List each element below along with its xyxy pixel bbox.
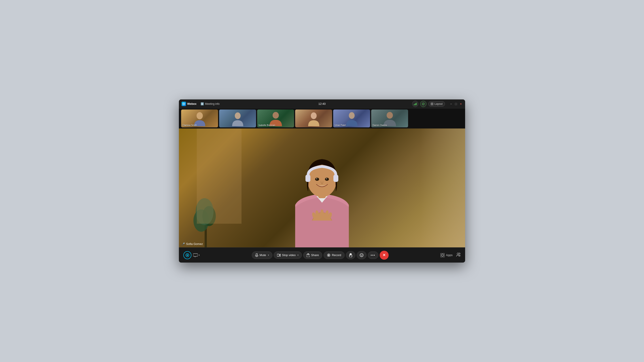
svg-rect-38 [277, 254, 279, 256]
stop-video-label: Stop video [282, 253, 296, 257]
thumbnail-4[interactable] [295, 109, 332, 127]
thumbnail-clarissa[interactable]: Clarissa Smith [181, 109, 218, 127]
meeting-info-label: Meeting info [205, 102, 220, 105]
titlebar-left: Webex ℹ️ Meeting info [182, 102, 275, 106]
toolbar-center: Mute ▾ Stop video ▾ Share [252, 251, 389, 260]
chat-icon [193, 253, 198, 257]
chat-dropdown-arrow: ▾ [198, 254, 200, 256]
apps-grid-icon [440, 253, 444, 257]
svg-point-28 [326, 178, 327, 179]
thumbnail-name-3: Isabelle Brennan [258, 124, 275, 126]
thumbnail-umar[interactable]: Umar Patel [333, 109, 370, 127]
end-call-icon: ✕ [382, 253, 386, 257]
main-video-area: 🎤 Sofia Gomez [179, 128, 465, 247]
thumbnail-darren[interactable]: Darren Owens [371, 109, 408, 127]
svg-point-11 [196, 112, 203, 119]
svg-rect-9 [431, 104, 432, 105]
layout-label: Layout [434, 102, 442, 105]
svg-rect-47 [443, 253, 444, 255]
more-dots: ••• [371, 253, 376, 257]
reactions-button[interactable] [357, 251, 366, 259]
muted-icon: 🎤 [182, 242, 185, 246]
mute-button[interactable]: Mute ▾ [252, 251, 272, 259]
stop-video-button[interactable]: Stop video ▾ [274, 251, 302, 259]
share-button[interactable]: Share [303, 251, 322, 259]
window-controls: − □ × [450, 102, 462, 105]
main-participant-name: Sofia Gomez [186, 242, 203, 246]
titlebar: Webex ℹ️ Meeting info 12:40 [179, 99, 465, 108]
time-display: 12:40 [318, 102, 326, 105]
svg-point-31 [320, 209, 324, 216]
svg-rect-24 [334, 175, 338, 182]
webex-circle-button[interactable] [183, 251, 192, 259]
svg-point-35 [187, 255, 188, 256]
record-icon [327, 253, 330, 257]
webex-logo: Webex [182, 102, 196, 106]
svg-point-12 [235, 112, 240, 119]
hand-raise-icon [349, 253, 352, 257]
svg-rect-4 [416, 103, 416, 105]
participants-icon [456, 253, 461, 257]
apps-button[interactable]: Apps [440, 253, 452, 257]
thumbnail-2[interactable] [219, 109, 256, 127]
svg-point-44 [361, 254, 361, 255]
record-label: Record [332, 253, 341, 257]
svg-rect-49 [443, 256, 444, 257]
thumbnail-isabelle[interactable]: Isabelle Brennan [257, 109, 294, 127]
webex-logo-icon [182, 102, 186, 106]
main-video-background [179, 128, 465, 247]
svg-rect-5 [416, 103, 417, 105]
svg-rect-46 [440, 253, 442, 255]
thumbnail-person-2 [219, 109, 256, 127]
toolbar-left: ▾ [183, 251, 200, 259]
svg-rect-10 [432, 104, 433, 105]
thumbnail-name-1: Clarissa Smith [182, 124, 197, 126]
svg-point-16 [386, 112, 393, 119]
record-button[interactable]: Record [324, 251, 344, 259]
reaction-icon [360, 253, 364, 257]
svg-point-27 [316, 178, 317, 179]
svg-point-14 [311, 112, 317, 119]
share-icon [306, 253, 310, 257]
svg-point-15 [349, 112, 355, 119]
network-status-button[interactable] [412, 101, 418, 107]
participants-button[interactable] [456, 253, 461, 258]
layout-icon [431, 103, 433, 105]
stop-video-dropdown-arrow[interactable]: ▾ [298, 254, 298, 256]
layout-button[interactable]: Layout [428, 101, 445, 107]
mute-label: Mute [260, 253, 266, 257]
thumbnail-name-6: Darren Owens [372, 124, 387, 126]
chat-button[interactable]: ▾ [193, 253, 200, 257]
main-video-name-label: 🎤 Sofia Gomez [182, 242, 203, 246]
app-window: Webex ℹ️ Meeting info 12:40 [179, 99, 465, 263]
svg-rect-2 [414, 104, 414, 105]
svg-rect-23 [306, 175, 310, 182]
more-button[interactable]: ••• [368, 251, 378, 259]
svg-point-1 [183, 103, 184, 104]
meeting-info-icon: ℹ️ [200, 102, 204, 105]
svg-point-45 [362, 254, 362, 255]
svg-rect-7 [431, 103, 432, 104]
thumbnails-bar: Clarissa Smith Isabelle Brennan [179, 108, 465, 128]
minimize-button[interactable]: − [450, 102, 452, 105]
right-wall [420, 128, 465, 247]
close-button[interactable]: × [459, 102, 462, 105]
door-bg [197, 128, 242, 224]
thumbnail-name-5: Umar Patel [334, 124, 346, 126]
toolbar-right: Apps [440, 253, 461, 258]
activity-button[interactable] [420, 101, 426, 107]
end-call-button[interactable]: ✕ [380, 251, 389, 260]
thumbnail-person-4 [295, 109, 332, 127]
share-label: Share [311, 253, 319, 257]
svg-rect-3 [414, 104, 415, 105]
meeting-info-button[interactable]: ℹ️ Meeting info [199, 102, 222, 106]
apps-label: Apps [446, 253, 452, 257]
svg-rect-36 [256, 253, 258, 256]
titlebar-right: Layout − □ × [369, 101, 462, 107]
svg-point-50 [457, 253, 459, 255]
maximize-button[interactable]: □ [454, 102, 458, 105]
mute-dropdown-arrow[interactable]: ▾ [268, 254, 269, 256]
raise-hand-button[interactable] [346, 251, 355, 259]
svg-point-43 [360, 253, 363, 257]
svg-point-42 [328, 255, 330, 256]
